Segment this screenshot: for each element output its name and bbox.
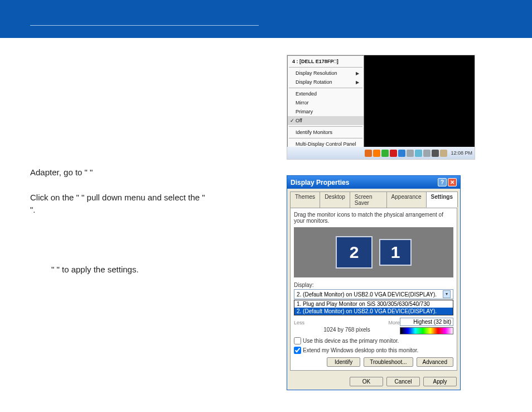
tab-label: Settings: [431, 194, 453, 200]
dialog-title: Display Properties: [291, 179, 349, 186]
menu-separator: [289, 88, 362, 88]
tray-icon[interactable]: [365, 150, 372, 157]
para-spacer: [30, 229, 270, 251]
slider-less: Less: [294, 320, 304, 325]
dropdown-option[interactable]: 1. Plug and Play Monitor on SiS 300/305/…: [294, 300, 453, 308]
menu-item-identify[interactable]: Identify Monitors: [288, 128, 364, 137]
menu-label: Off: [296, 118, 302, 123]
extend-desktop-checkbox[interactable]: [294, 347, 301, 354]
menu-label: Display Resolution: [296, 70, 337, 76]
tab-settings[interactable]: Settings: [426, 191, 458, 208]
menu-label: Extended: [296, 91, 317, 97]
apply-button[interactable]: Apply: [423, 377, 457, 386]
identify-button[interactable]: Identify: [327, 357, 360, 367]
para-1: Adapter, go to " ": [30, 166, 270, 179]
menu-label: Display Rotation: [296, 79, 332, 85]
content: Adapter, go to " " Click on the " " pull…: [0, 38, 532, 407]
settings-panel: Drag the monitor icons to match the phys…: [290, 208, 457, 371]
para3-seg-a: ": [51, 265, 54, 274]
dropdown-selected: 2. (Default Monitor) on USB2.0 VGA DEVIC…: [297, 291, 437, 298]
close-button[interactable]: ✕: [448, 178, 457, 186]
tab-themes[interactable]: Themes: [290, 191, 320, 208]
checkbox-label: Use this device as the primary monitor.: [303, 338, 399, 344]
para1-seg-a: Adapter, go to ": [30, 167, 88, 177]
menu-item-rotation[interactable]: Display Rotation ▶: [288, 78, 364, 87]
tray-icon[interactable]: [407, 150, 414, 157]
dialog-footer-buttons: OK Cancel Apply: [287, 373, 460, 390]
menu-label: Multi-Display Control Panel: [296, 141, 356, 147]
display-properties-dialog: Display Properties ? ✕ Themes Desktop Sc…: [287, 175, 461, 390]
tray-context-screenshot: 4 : [DELL E178FP□] Display Resolution ▶ …: [287, 55, 475, 160]
extend-desktop-checkbox-row: Extend my Windows desktop onto this moni…: [294, 347, 453, 354]
tab-label: Themes: [295, 194, 315, 200]
tray-icon[interactable]: [381, 150, 389, 157]
monitor-box-1[interactable]: 1: [379, 239, 412, 266]
primary-monitor-checkbox[interactable]: [294, 337, 301, 344]
display-dropdown[interactable]: 2. (Default Monitor) on USB2.0 VGA DEVIC…: [294, 289, 453, 299]
arrange-hint: Drag the monitor icons to match the phys…: [294, 212, 453, 224]
tray-icon[interactable]: [390, 150, 397, 157]
check-icon: ✓: [290, 118, 294, 123]
tab-label: Appearance: [391, 194, 422, 200]
context-menu-header: 4 : [DELL E178FP□]: [288, 57, 364, 66]
tray-icon[interactable]: [423, 150, 431, 157]
para1-seg-b: ": [90, 167, 93, 177]
menu-label: Primary: [296, 109, 313, 114]
para-2: Click on the " " pull down menu and sele…: [30, 191, 270, 217]
tab-desktop[interactable]: Desktop: [320, 191, 350, 208]
tab-strip: Themes Desktop Screen Saver Appearance S…: [287, 189, 460, 208]
taskbar: 12:08 PM: [287, 147, 475, 159]
chevron-down-icon: ▾: [443, 290, 451, 298]
para2-seg-b: " pull down menu and select the ": [81, 193, 205, 202]
banner-underline: [30, 25, 259, 26]
menu-item-primary[interactable]: Primary: [288, 107, 364, 116]
ok-button[interactable]: OK: [350, 377, 383, 386]
para-3: " " to apply the settings.: [51, 264, 270, 276]
cancel-button[interactable]: Cancel: [386, 377, 420, 386]
menu-item-extended[interactable]: Extended: [288, 89, 364, 98]
troubleshoot-button[interactable]: Troubleshoot...: [364, 357, 413, 367]
resolution-text: 1024 by 768 pixels: [294, 327, 400, 333]
tab-screensaver[interactable]: Screen Saver: [350, 191, 387, 208]
tab-label: Screen Saver: [355, 194, 373, 206]
display-label: Display:: [294, 282, 453, 288]
menu-separator: [289, 126, 362, 127]
slider-more: More: [388, 320, 400, 325]
menu-item-mirror[interactable]: Mirror: [288, 98, 364, 107]
advanced-button[interactable]: Advanced: [417, 357, 453, 367]
submenu-arrow-icon: ▶: [356, 80, 359, 85]
context-menu: 4 : [DELL E178FP□] Display Resolution ▶ …: [287, 55, 364, 159]
menu-separator: [289, 138, 362, 138]
para3-seg-b: " to apply the settings.: [57, 265, 139, 274]
menu-label: Mirror: [296, 100, 309, 106]
tray-icon[interactable]: [440, 150, 447, 157]
taskbar-clock: 12:08 PM: [451, 150, 472, 156]
slider-labels: Less More: [294, 320, 400, 325]
tray-icon[interactable]: [415, 150, 422, 157]
blue-banner: [0, 0, 532, 38]
instruction-text: Adapter, go to " " Click on the " " pull…: [30, 55, 270, 390]
monitor-arrange-area[interactable]: 2 1: [294, 227, 453, 277]
para2-seg-c: ".: [30, 205, 36, 214]
display-dropdown-list: 1. Plug and Play Monitor on SiS 300/305/…: [294, 300, 453, 315]
monitor-box-2[interactable]: 2: [336, 236, 373, 269]
inner-button-row: Identify Troubleshoot... Advanced: [294, 357, 453, 367]
tab-appearance[interactable]: Appearance: [386, 191, 427, 208]
screenshots: 4 : [DELL E178FP□] Display Resolution ▶ …: [287, 55, 510, 390]
color-quality-select[interactable]: Highest (32 bit): [400, 318, 453, 326]
help-button[interactable]: ?: [438, 178, 447, 186]
dropdown-option[interactable]: 2. (Default Monitor) on USB2.0 VGA DEVIC…: [294, 308, 453, 315]
tray-icon[interactable]: [432, 150, 439, 157]
color-preview-bar: [400, 327, 453, 334]
primary-monitor-checkbox-row: Use this device as the primary monitor.: [294, 337, 453, 344]
tray-icon[interactable]: [398, 150, 405, 157]
menu-item-resolution[interactable]: Display Resolution ▶: [288, 69, 364, 78]
menu-item-off[interactable]: ✓ Off: [288, 116, 364, 125]
menu-label: Identify Monitors: [296, 130, 332, 135]
tray-icon[interactable]: [373, 150, 380, 157]
tab-label: Desktop: [325, 194, 345, 200]
submenu-arrow-icon: ▶: [356, 71, 359, 76]
dialog-titlebar: Display Properties ? ✕: [287, 176, 460, 189]
checkbox-label: Extend my Windows desktop onto this moni…: [303, 347, 418, 353]
menu-separator: [289, 67, 362, 68]
